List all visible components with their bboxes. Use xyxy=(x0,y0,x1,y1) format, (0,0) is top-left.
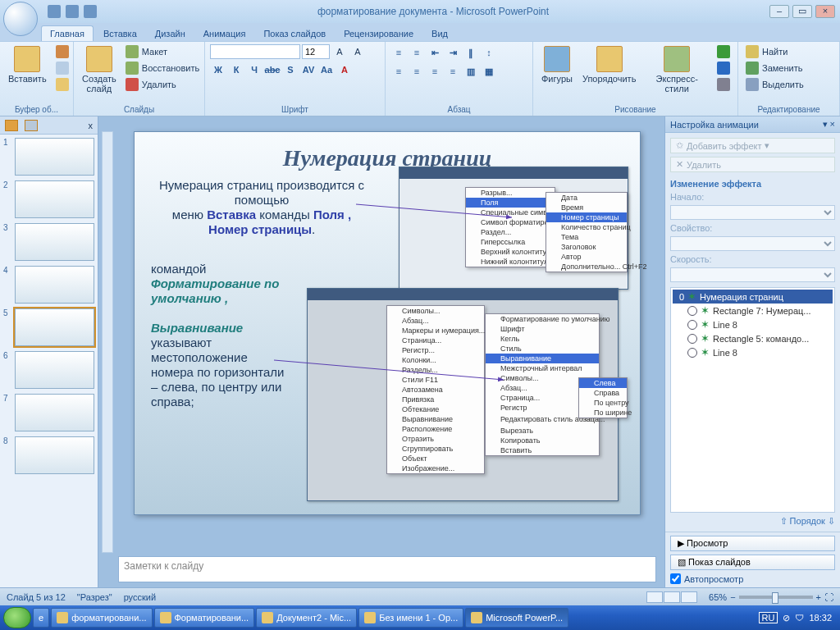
layout-button[interactable]: Макет xyxy=(123,44,202,59)
slide-thumbnail[interactable]: 6 xyxy=(3,351,94,389)
change-case-button[interactable]: Aa xyxy=(318,62,335,78)
notes-pane[interactable]: Заметки к слайду xyxy=(118,556,656,582)
effect-item[interactable]: ✶Line 8 xyxy=(673,345,833,359)
tab-insert[interactable]: Вставка xyxy=(95,26,145,41)
select-button[interactable]: Выделить xyxy=(743,77,806,92)
taskbar-item[interactable]: Форматировани... xyxy=(154,608,255,628)
tray-icon[interactable]: 🛡 xyxy=(795,613,804,623)
shrink-font-button[interactable]: A xyxy=(349,44,366,59)
shape-fill-button[interactable] xyxy=(714,44,733,59)
indent-dec-button[interactable]: ⇤ xyxy=(427,44,443,61)
add-effect-button[interactable]: ✩ Добавить эффект ▾ xyxy=(670,138,835,153)
slide-thumbnail[interactable]: 5 xyxy=(3,308,94,346)
effect-item[interactable]: ✶Rectangle 7: Нумерац... xyxy=(673,304,833,317)
bold-button[interactable]: Ж xyxy=(210,62,226,78)
line-spacing-button[interactable]: ‖ xyxy=(463,44,479,61)
columns-button[interactable]: ▥ xyxy=(463,63,479,80)
taskbar-ie[interactable]: e xyxy=(33,608,49,628)
close-panel-button[interactable]: x xyxy=(89,121,94,130)
speed-select[interactable] xyxy=(670,267,835,282)
tray-language[interactable]: RU xyxy=(759,612,778,623)
slideshow-view-button[interactable] xyxy=(681,591,697,603)
justify-button[interactable]: ≡ xyxy=(445,63,461,80)
shadow-button[interactable]: S xyxy=(282,62,299,78)
strikethrough-button[interactable]: abc xyxy=(264,62,281,78)
indent-inc-button[interactable]: ⇥ xyxy=(445,44,461,61)
animation-pane-close[interactable]: ▾ × xyxy=(823,119,835,130)
slide-text-2[interactable]: командой Форматирование по умолчанию , xyxy=(151,262,315,306)
outline-tab-icon[interactable] xyxy=(25,120,38,131)
remove-effect-button[interactable]: ✕ Удалить xyxy=(670,157,835,172)
property-select[interactable] xyxy=(670,236,835,251)
slide-canvas[interactable]: Нумерация страниц Нумерация страниц прои… xyxy=(134,131,641,515)
taskbar-item[interactable]: Документ2 - Mic... xyxy=(256,608,357,628)
zoom-value[interactable]: 65% xyxy=(709,592,727,602)
minimize-button[interactable]: – xyxy=(769,5,789,18)
convert-smartart-button[interactable]: ▦ xyxy=(481,63,497,80)
align-center-button[interactable]: ≡ xyxy=(409,63,425,80)
maximize-button[interactable]: ▭ xyxy=(792,5,812,18)
fit-button[interactable]: ⛶ xyxy=(824,592,833,602)
office-button[interactable] xyxy=(3,2,38,36)
redo-icon[interactable] xyxy=(84,5,97,18)
shape-effects-button[interactable] xyxy=(714,77,733,92)
zoom-in-button[interactable]: + xyxy=(816,592,821,602)
effects-list[interactable]: 0✶Нумерация страниц✶Rectangle 7: Нумерац… xyxy=(670,287,835,513)
tab-design[interactable]: Дизайн xyxy=(147,26,194,41)
cut-button[interactable] xyxy=(53,44,71,59)
effect-item[interactable]: 0✶Нумерация страниц xyxy=(673,290,833,304)
numbering-button[interactable]: ≡ xyxy=(409,44,425,61)
arrange-button[interactable]: Упорядочить xyxy=(579,44,639,85)
slide-thumbnail[interactable]: 4 xyxy=(3,266,94,304)
restore-button[interactable]: Восстановить xyxy=(123,61,202,75)
bullets-button[interactable]: ≡ xyxy=(390,44,407,61)
slide-text-3[interactable]: Выравнивание указывают местоположение но… xyxy=(151,321,290,409)
slide-thumbnail[interactable]: 2 xyxy=(3,180,94,218)
tab-home[interactable]: Главная xyxy=(41,25,94,41)
tray-icon[interactable]: ⊘ xyxy=(783,613,790,623)
autoplay-checkbox[interactable]: Автопросмотр xyxy=(670,573,835,584)
paste-button[interactable]: Вставить xyxy=(5,44,50,85)
char-spacing-button[interactable]: AV xyxy=(300,62,317,78)
align-left-button[interactable]: ≡ xyxy=(390,63,407,80)
tab-slideshow[interactable]: Показ слайдов xyxy=(255,26,334,41)
underline-button[interactable]: Ч xyxy=(246,62,262,78)
tray-time[interactable]: 18:32 xyxy=(809,613,832,623)
preview-button[interactable]: ▶ Просмотр xyxy=(670,536,835,551)
slide-thumbnail[interactable]: 3 xyxy=(3,223,94,261)
zoom-out-button[interactable]: − xyxy=(730,592,735,602)
slide-thumbnail[interactable]: 8 xyxy=(3,436,94,474)
effect-item[interactable]: ✶Rectangle 5: командо... xyxy=(673,331,833,345)
taskbar-item[interactable]: Microsoft PowerP... xyxy=(465,608,568,628)
start-button[interactable] xyxy=(3,607,31,628)
slideshow-button[interactable]: ▧ Показ слайдов xyxy=(670,555,835,570)
replace-button[interactable]: Заменить xyxy=(743,61,806,75)
close-button[interactable]: × xyxy=(815,5,835,18)
tab-animation[interactable]: Анимация xyxy=(195,26,254,41)
taskbar-item[interactable]: Без имени 1 - Op... xyxy=(358,608,463,628)
slide-text-1[interactable]: Нумерация страниц производится с помощью… xyxy=(151,178,372,237)
new-slide-button[interactable]: Создать слайд xyxy=(79,44,120,95)
quick-styles-button[interactable]: Экспресс-стили xyxy=(642,44,711,95)
status-language[interactable]: русский xyxy=(124,592,156,602)
copy-button[interactable] xyxy=(53,61,71,75)
tab-review[interactable]: Рецензирование xyxy=(336,26,422,41)
shapes-button[interactable]: Фигуры xyxy=(538,44,576,85)
slides-tab-icon[interactable] xyxy=(5,120,18,131)
zoom-slider[interactable] xyxy=(739,596,813,599)
tab-view[interactable]: Вид xyxy=(423,26,456,41)
sorter-view-button[interactable] xyxy=(664,591,680,603)
italic-button[interactable]: К xyxy=(228,62,244,78)
shape-outline-button[interactable] xyxy=(714,61,733,75)
align-right-button[interactable]: ≡ xyxy=(427,63,443,80)
text-direction-button[interactable]: ↕ xyxy=(481,44,497,61)
find-button[interactable]: Найти xyxy=(743,44,806,59)
start-select[interactable] xyxy=(670,205,835,220)
grow-font-button[interactable]: A xyxy=(331,44,348,59)
font-name-input[interactable] xyxy=(210,44,300,59)
undo-icon[interactable] xyxy=(66,5,79,18)
slide-thumbnail[interactable]: 7 xyxy=(3,394,94,431)
font-size-input[interactable] xyxy=(302,44,330,59)
taskbar-item[interactable]: форматировани... xyxy=(51,608,152,628)
format-painter-button[interactable] xyxy=(53,77,71,92)
